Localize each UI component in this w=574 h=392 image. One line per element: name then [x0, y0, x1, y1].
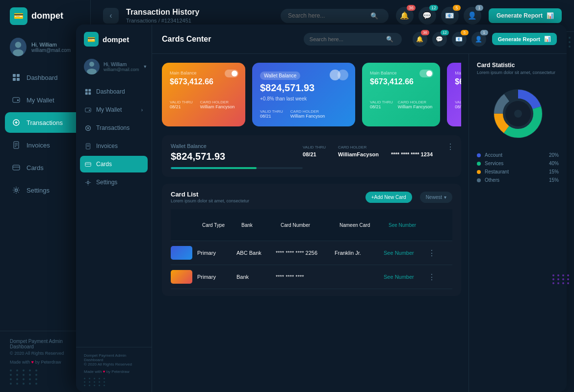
ov-profile-badge[interactable]: 👤 1: [471, 32, 486, 47]
ov-chat-badge[interactable]: 📧 5: [452, 32, 467, 47]
mastercard-right: [338, 70, 348, 80]
legend-dot-services: [477, 162, 481, 166]
cards-slider: Main Balance $673,412.66 VALID THRU 08/2…: [162, 63, 461, 126]
cc-toggle-green[interactable]: [419, 70, 433, 77]
sidebar-item-wallet[interactable]: My Wallet ›: [5, 90, 85, 110]
heart-icon: ♥: [31, 360, 34, 365]
cc-footer-purple: VALID THRU 08/21 CARD HOLDER William Fan…: [455, 96, 461, 109]
row-options-2[interactable]: ⋮: [428, 272, 436, 282]
sidebar-item-cards[interactable]: Cards: [5, 157, 85, 178]
see-number-2[interactable]: See Number: [384, 274, 423, 280]
cc-footer-1: VALID THRU 08/21 CARD HOLDER William Fan…: [170, 96, 237, 109]
overlay-footer: Dompet Payment Admin Dashboard © 2020 Al…: [76, 347, 152, 392]
search-icon: 🔍: [370, 12, 378, 20]
breadcrumb: Transactions / #123412451: [126, 18, 273, 24]
overlay-user-dropdown[interactable]: ▼: [143, 64, 147, 69]
cc-holder-label-blue: CARD HOLDER: [290, 109, 325, 114]
user-greeting: Hi, William: [31, 42, 71, 48]
sidebar-item-transactions[interactable]: Transactions: [5, 112, 85, 133]
cc-toggle-1[interactable]: [225, 70, 238, 77]
overlay-nav-cards[interactable]: Cards: [80, 156, 148, 172]
card-list-header: Card List Lorem ipsum dolor sit amet, co…: [171, 191, 452, 203]
add-card-button[interactable]: +Add New Card: [365, 192, 412, 203]
legend-label-services: Services: [485, 161, 545, 166]
cc-holder-name-green: William Fancyson: [398, 104, 433, 109]
ov-msg-badge[interactable]: 💬 12: [432, 32, 447, 47]
cc-chip-blue: [330, 70, 348, 80]
overlay-label-wallet: My Wallet: [96, 106, 122, 113]
bell-icon-badge[interactable]: 🔔 36: [396, 7, 414, 24]
see-number-1[interactable]: See Number: [384, 250, 423, 256]
legend-dot-restaurant: [477, 170, 481, 174]
profile-icon-badge[interactable]: 👤 1: [464, 7, 481, 24]
footer-copyright: © 2020 All Rights Reserved: [10, 351, 80, 356]
card-number-1: **** **** **** 2256: [276, 250, 330, 256]
cc-valid-label-blue: VALID THRU: [260, 109, 283, 114]
row-options-1[interactable]: ⋮: [428, 248, 436, 258]
ov-profile-count: 1: [480, 30, 488, 35]
overlay-user-hi: Hi, William: [104, 62, 139, 67]
ov-bell-badge[interactable]: 🔔 36: [413, 32, 427, 47]
transactions-icon: [12, 118, 21, 127]
sidebar-item-settings[interactable]: Settings: [5, 180, 85, 200]
overlay-nav-transactions[interactable]: Transactions: [80, 120, 148, 136]
col-header-number: Card Number: [281, 222, 335, 228]
sidebar-item-invoices[interactable]: Invoices: [5, 135, 85, 155]
back-button[interactable]: ‹: [103, 8, 119, 24]
card-number-2: **** **** ****: [276, 274, 330, 280]
legend-pct-account: 20%: [549, 152, 559, 158]
overlay-label-cards: Cards: [96, 161, 112, 168]
card-list-actions: +Add New Card Newest ▾: [365, 192, 452, 203]
message-icon-badge[interactable]: 💬 12: [418, 7, 436, 24]
wallet-section: Wallet Balance $824,571.93 VALID THRU 08…: [162, 135, 461, 177]
overlay-search-input[interactable]: [310, 36, 383, 42]
sidebar-item-dashboard[interactable]: Dashboard: [5, 67, 85, 88]
overlay-footer-copy: © 2020 All Rights Reserved: [84, 362, 144, 367]
search-input[interactable]: [288, 12, 366, 19]
legend-account: Account 20%: [477, 152, 559, 158]
dashboard-icon: [12, 73, 21, 82]
svg-rect-23: [88, 92, 91, 95]
purple-dot-decoration: [552, 274, 570, 284]
sidebar-label-invoices: Invoices: [26, 142, 50, 149]
overlay-search-icon: 🔍: [386, 36, 393, 43]
overlay-header-icons: 🔔 36 💬 12 📧 5 👤 1: [413, 32, 486, 47]
cards-icon: [12, 163, 21, 172]
newest-sort-button[interactable]: Newest ▾: [420, 192, 452, 203]
overlay-nav-dashboard[interactable]: Dashboard: [80, 83, 148, 100]
breadcrumb-link[interactable]: Transactions: [126, 18, 157, 24]
overlay-logo-text: dompet: [103, 35, 129, 44]
col-header-type: Card Type: [202, 222, 236, 228]
legend-pct-services: 40%: [549, 161, 559, 166]
overlay-nav-settings[interactable]: Settings: [80, 174, 148, 191]
cc-valid-label-1: VALID THRU: [170, 100, 193, 104]
card-type-2: Primary: [197, 274, 232, 280]
overlay-search[interactable]: 🔍: [304, 33, 402, 46]
cc-balance-green: $673,412.66: [370, 77, 432, 86]
overlay-sidebar: 💳 dompet Hi, William william@mail.com ▼ …: [76, 24, 152, 392]
legend-pct-others: 15%: [549, 177, 559, 183]
cc-valid-date-green: 08/21: [370, 104, 393, 109]
newest-label: Newest: [426, 195, 442, 200]
wallet-holder-label: CARD HOLDER: [338, 145, 379, 149]
footer-made: Made with ♥ by Peterdraw: [10, 360, 80, 365]
user-email: william@mail.com: [31, 48, 71, 53]
cc-holder-label-1: CARD HOLDER: [200, 100, 235, 104]
footer-title: Dompet Payment Admin Dashboard: [10, 339, 80, 349]
cc-footer-blue: VALID THRU 08/21 CARD HOLDER William Fan…: [260, 105, 347, 119]
header-search[interactable]: 🔍: [281, 9, 389, 23]
logo-text: dompet: [31, 11, 63, 21]
overlay-gen-report-button[interactable]: Generate Report 📊: [492, 33, 557, 45]
generate-report-button[interactable]: Generate Report 📊: [489, 8, 562, 23]
overlay-nav-invoices[interactable]: Invoices: [80, 138, 148, 154]
cc-holder-name-blue: William Fancyson: [290, 114, 325, 119]
cc-valid-date-blue: 08/21: [260, 114, 283, 119]
sidebar-label-wallet: My Wallet: [26, 97, 54, 104]
cc-balance-1: $673,412.66: [170, 77, 237, 86]
overlay-nav-wallet[interactable]: My Wallet ›: [80, 101, 148, 118]
chat-icon-badge[interactable]: 📧 5: [441, 7, 459, 24]
user-info: Hi, William william@mail.com: [31, 42, 71, 53]
wallet-options-button[interactable]: ⋮: [446, 142, 454, 151]
svg-rect-4: [13, 78, 16, 81]
wallet-number-label: [391, 145, 433, 149]
